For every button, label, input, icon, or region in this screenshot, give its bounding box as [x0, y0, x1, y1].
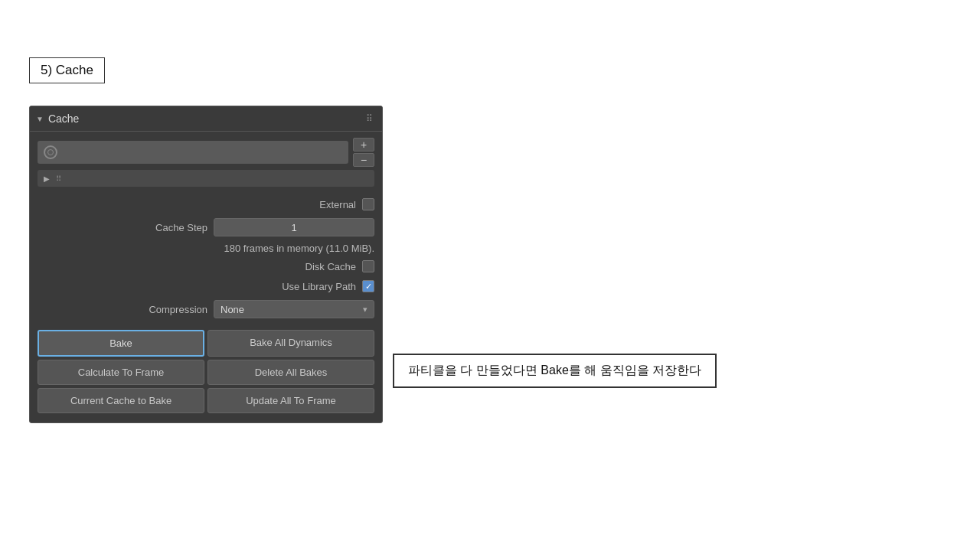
track-add-remove-buttons: + − [353, 138, 374, 167]
compression-dropdown[interactable]: None ▾ [214, 300, 374, 318]
play-row: ▶ ⠿ [30, 170, 382, 191]
use-library-path-label: Use Library Path [282, 281, 356, 292]
settings-area: External Cache Step 1 180 frames in memo… [30, 191, 382, 325]
disk-cache-checkbox[interactable] [362, 260, 374, 272]
track-remove-button[interactable]: − [353, 153, 374, 167]
play-track-dots: ⠿ [56, 174, 63, 183]
cache-step-label: Cache Step [155, 222, 207, 233]
disk-cache-label: Disk Cache [305, 261, 356, 272]
external-checkbox[interactable] [362, 198, 374, 210]
cache-track-row: + − [30, 132, 382, 170]
cache-record-inner [47, 149, 54, 155]
current-cache-to-bake-button[interactable]: Current Cache to Bake [38, 388, 204, 413]
compression-label: Compression [149, 304, 207, 315]
track-add-button[interactable]: + [353, 138, 374, 152]
calculate-to-frame-button[interactable]: Calculate To Frame [38, 360, 204, 385]
bake-button[interactable]: Bake [38, 330, 204, 357]
checkmark-icon: ✓ [365, 282, 372, 291]
cache-record-icon [44, 145, 57, 159]
panel-title: Cache [48, 112, 79, 125]
disk-cache-row: Disk Cache [38, 256, 374, 276]
bake-all-dynamics-button[interactable]: Bake All Dynamics [207, 330, 374, 357]
cache-track[interactable] [38, 141, 348, 164]
button-grid: Bake Bake All Dynamics Calculate To Fram… [30, 325, 382, 413]
cache-panel: ▼ Cache ⠿ + − ▶ ⠿ External Cache [29, 106, 383, 423]
delete-all-bakes-button[interactable]: Delete All Bakes [207, 360, 374, 385]
cache-step-row: Cache Step 1 [38, 214, 374, 240]
panel-header-left: ▼ Cache [36, 112, 79, 125]
annotation-box: 파티클을 다 만들었다면 Bake를 해 움직임을 저장한다 [393, 354, 717, 388]
frames-info: 180 frames in memory (11.0 MiB). [38, 240, 374, 256]
dropdown-arrow-icon: ▾ [363, 305, 368, 315]
compression-row: Compression None ▾ [38, 296, 374, 322]
use-library-path-row: Use Library Path ✓ [38, 276, 374, 296]
external-row: External [38, 194, 374, 214]
use-library-path-checkbox[interactable]: ✓ [362, 280, 374, 292]
update-all-to-frame-button[interactable]: Update All To Frame [207, 388, 374, 413]
section-label: 5) Cache [29, 57, 105, 83]
panel-options-icon[interactable]: ⠿ [366, 113, 374, 124]
cache-step-field[interactable]: 1 [214, 218, 374, 236]
collapse-arrow-icon[interactable]: ▼ [36, 115, 44, 123]
play-icon[interactable]: ▶ [44, 174, 50, 183]
external-label: External [319, 199, 356, 210]
play-track[interactable]: ▶ ⠿ [38, 170, 374, 187]
panel-header: ▼ Cache ⠿ [30, 106, 382, 132]
